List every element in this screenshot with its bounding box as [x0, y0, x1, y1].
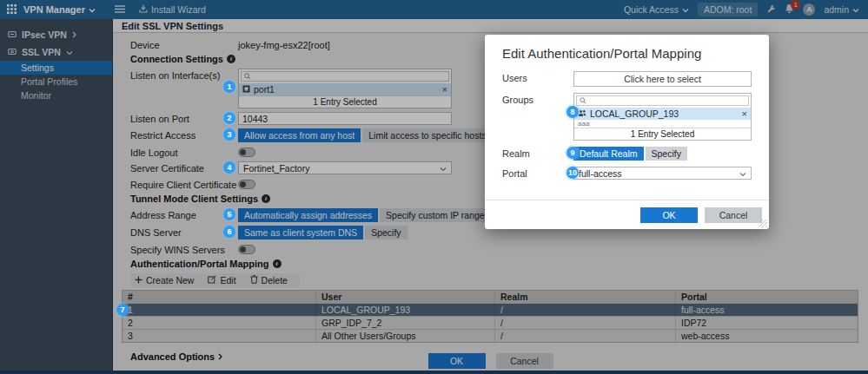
- callout-badge-9: 9: [567, 147, 579, 159]
- selected-group-entry[interactable]: LOCAL_GROUP_193 ×: [574, 108, 751, 120]
- group-server-label: aaa: [574, 120, 751, 128]
- app-window: VPN Manager Install Wizard Quick Access …: [0, 0, 868, 374]
- chevron-down-icon: [739, 168, 746, 179]
- callout-badge-5: 5: [223, 208, 235, 220]
- dialog-ok-button[interactable]: OK: [640, 207, 698, 223]
- realm-label: Realm: [502, 147, 573, 161]
- portal-select[interactable]: full-access: [573, 167, 752, 180]
- callout-badge-8: 8: [567, 106, 579, 118]
- dialog-resize-handle[interactable]: [759, 220, 767, 227]
- groups-label: Groups: [502, 93, 573, 141]
- user-group-icon: [578, 108, 586, 119]
- callout-badge-1: 1: [223, 81, 235, 93]
- callout-badge-7: 7: [116, 304, 129, 316]
- dialog-footer: OK Cancel: [485, 200, 769, 229]
- entry-selected-count: 1 Entry Selected: [574, 128, 751, 140]
- callout-badge-6: 6: [223, 226, 235, 238]
- groups-select[interactable]: LOCAL_GROUP_193 × aaa 1 Entry Selected: [573, 93, 752, 141]
- remove-group-icon[interactable]: ×: [742, 109, 747, 119]
- callout-badge-4: 4: [223, 161, 235, 174]
- callout-badge-3: 3: [223, 128, 235, 141]
- group-name: LOCAL_GROUP_193: [590, 108, 679, 119]
- specify-realm-option[interactable]: Specify: [646, 147, 687, 161]
- default-realm-option[interactable]: Default Realm: [573, 147, 644, 161]
- dialog-title: Edit Authentication/Portal Mapping: [485, 35, 769, 71]
- edit-mapping-dialog: Edit Authentication/Portal Mapping Users…: [485, 35, 769, 229]
- callout-badge-2: 2: [223, 112, 235, 124]
- search-icon: [580, 95, 586, 106]
- callout-badge-10: 10: [567, 167, 579, 179]
- portal-value: full-access: [579, 168, 622, 179]
- dialog-cancel-button[interactable]: Cancel: [705, 207, 762, 223]
- users-select-button[interactable]: Click here to select: [573, 71, 752, 87]
- users-label: Users: [502, 71, 573, 87]
- groups-search-input[interactable]: [589, 96, 745, 105]
- groups-search-box[interactable]: [576, 95, 749, 106]
- portal-label: Portal: [502, 167, 573, 180]
